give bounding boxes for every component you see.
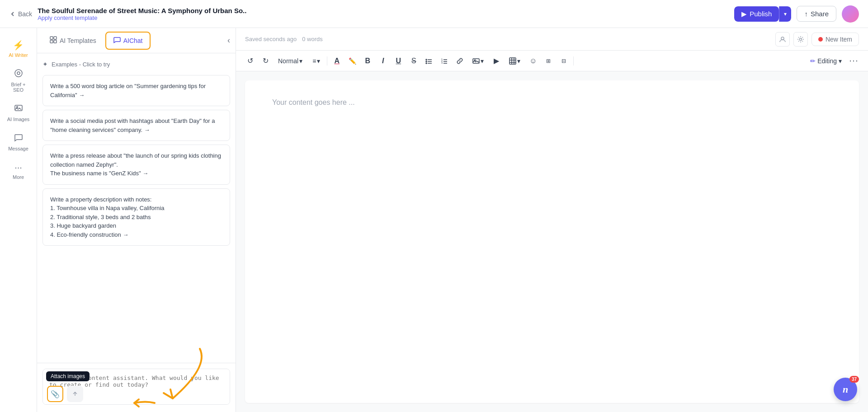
example-card-3[interactable]: Write a press release about "the launch … — [42, 145, 230, 185]
icon-sidebar: ⚡ AI Writer Brief + SEO AI Images — [0, 28, 37, 412]
svg-point-8 — [781, 37, 784, 40]
align-chevron: ▾ — [317, 57, 320, 65]
back-label: Back — [18, 10, 32, 18]
editor-area: Saved seconds ago 0 words — [236, 28, 868, 412]
top-nav: Back The Soulful Serenade of Street Musi… — [0, 0, 868, 28]
user-settings-icon-button[interactable] — [775, 32, 790, 47]
tab-aichat[interactable]: AIChat — [105, 32, 151, 50]
sidebar-item-ai-images-label: AI Images — [7, 117, 30, 122]
highlight-button[interactable]: ✏️ — [345, 54, 359, 68]
sep-1 — [327, 56, 327, 66]
panel-content: ✦ Examples - Click to try Write a 500 wo… — [37, 53, 236, 363]
top-nav-left: Back The Soulful Serenade of Street Musi… — [9, 7, 246, 21]
editing-pencil-icon: ✏ — [810, 57, 816, 65]
sidebar-item-more[interactable]: ··· More — [2, 158, 35, 184]
publish-play-icon: ▶ — [741, 10, 747, 18]
panel: AI Templates AIChat ‹ ✦ Examples - Click… — [37, 28, 236, 412]
settings-icon-button[interactable] — [793, 32, 808, 47]
send-button[interactable] — [67, 386, 83, 402]
chat-bubble-icon: n — [843, 384, 848, 395]
example-card-4-text: Write a property description with notes:… — [50, 196, 164, 238]
emoji-button[interactable]: ☺ — [526, 54, 540, 68]
special-chars-button[interactable]: ⊞ — [542, 54, 555, 68]
lightning-icon: ⚡ — [13, 40, 24, 51]
example-card-1[interactable]: Write a 500 word blog article on "Summer… — [42, 75, 230, 106]
link-button[interactable] — [453, 54, 467, 68]
avatar[interactable] — [842, 5, 859, 23]
underline-button[interactable]: U — [392, 54, 405, 68]
paragraph-style-dropdown[interactable]: Normal ▾ — [274, 55, 307, 67]
editing-label: Editing — [817, 57, 837, 65]
attach-images-button[interactable]: Attach images 📎 — [47, 386, 63, 402]
tab-ai-templates[interactable]: AI Templates — [42, 33, 104, 49]
redo-button[interactable]: ↻ — [259, 54, 272, 68]
publish-dropdown-button[interactable]: ▾ — [779, 6, 791, 22]
italic-button[interactable]: I — [376, 54, 390, 68]
editor-content-area[interactable]: Your content goes here ... — [245, 80, 859, 403]
main-layout: ⚡ AI Writer Brief + SEO AI Images — [0, 28, 868, 412]
sidebar-item-message[interactable]: Message — [2, 128, 35, 156]
more-options-button[interactable]: ··· — [847, 54, 861, 68]
svg-point-1 — [17, 72, 20, 75]
image-dropdown[interactable]: ▾ — [468, 55, 488, 67]
apply-content-template-link[interactable]: Apply content template — [38, 14, 246, 21]
svg-point-14 — [426, 63, 427, 64]
share-label: Share — [811, 10, 829, 18]
bullet-list-button[interactable] — [422, 54, 436, 68]
sparkle-icon: ✦ — [42, 61, 48, 68]
example-card-3-text: Write a press release about "the launch … — [50, 152, 221, 177]
new-item-button[interactable]: New Item — [811, 33, 859, 46]
svg-rect-4 — [50, 37, 53, 39]
top-nav-right: ▶ Publish ▾ ↑ Share — [734, 5, 859, 23]
editor-header-right: New Item — [775, 32, 859, 47]
example-card-4[interactable]: Write a property description with notes:… — [42, 188, 230, 246]
editor-status-bar: Saved seconds ago 0 words — [236, 28, 868, 51]
table-dropdown[interactable]: ▾ — [505, 55, 524, 67]
tab-aichat-label: AIChat — [123, 37, 143, 44]
word-count: 0 words — [302, 36, 323, 42]
svg-text:3.: 3. — [441, 61, 443, 64]
table-dropdown-chevron: ▾ — [517, 57, 520, 65]
alignment-dropdown[interactable]: ≡ ▾ — [308, 55, 324, 67]
publish-button-group: ▶ Publish ▾ — [734, 6, 791, 22]
ordered-list-button[interactable]: 1. 2. 3. — [438, 54, 451, 68]
sidebar-item-message-label: Message — [8, 146, 28, 151]
publish-button[interactable]: ▶ Publish — [734, 6, 779, 22]
examples-header-label: Examples - Click to try — [52, 61, 110, 68]
sidebar-item-ai-writer[interactable]: ⚡ AI Writer — [2, 35, 35, 62]
new-item-label: New Item — [826, 36, 852, 43]
editing-mode-dropdown[interactable]: ✏ Editing ▾ — [807, 56, 845, 66]
video-button[interactable]: ▶ — [490, 54, 503, 68]
panel-collapse-button[interactable]: ‹ — [227, 36, 230, 45]
svg-rect-6 — [50, 40, 53, 43]
paragraph-style-label: Normal — [278, 57, 298, 65]
publish-label: Publish — [750, 10, 772, 18]
svg-rect-7 — [54, 40, 57, 43]
editor-placeholder: Your content goes here ... — [272, 98, 355, 106]
strikethrough-button[interactable]: S — [407, 54, 420, 68]
sidebar-item-more-label: More — [13, 174, 24, 180]
panel-input-actions: Attach images 📎 — [47, 386, 83, 402]
message-icon — [14, 133, 23, 144]
new-item-status-dot — [818, 37, 823, 42]
sidebar-item-ai-images[interactable]: AI Images — [2, 99, 35, 126]
share-icon: ↑ — [804, 10, 808, 18]
editing-chevron: ▾ — [839, 57, 842, 65]
svg-rect-24 — [509, 58, 516, 64]
text-color-button[interactable]: A — [330, 54, 344, 68]
indent-decrease-button[interactable]: ⊟ — [557, 54, 571, 68]
undo-button[interactable]: ↺ — [243, 54, 257, 68]
more-dots-icon: ··· — [14, 162, 22, 173]
attach-tooltip: Attach images — [46, 371, 90, 381]
editor-toolbar: ↺ ↻ Normal ▾ ≡ ▾ A ✏️ B I U S — [236, 51, 868, 71]
examples-header: ✦ Examples - Click to try — [42, 59, 230, 71]
brief-icon — [14, 69, 23, 80]
svg-point-10 — [426, 59, 427, 60]
example-card-2[interactable]: Write a social media post with hashtags … — [42, 110, 230, 141]
share-button[interactable]: ↑ Share — [797, 6, 836, 22]
sidebar-item-brief-seo[interactable]: Brief + SEO — [2, 64, 35, 97]
bold-button[interactable]: B — [361, 54, 374, 68]
back-button[interactable]: Back — [9, 10, 32, 18]
chat-bubble-button[interactable]: 37 n — [834, 378, 857, 401]
panel-tabs: AI Templates AIChat ‹ — [37, 28, 236, 53]
